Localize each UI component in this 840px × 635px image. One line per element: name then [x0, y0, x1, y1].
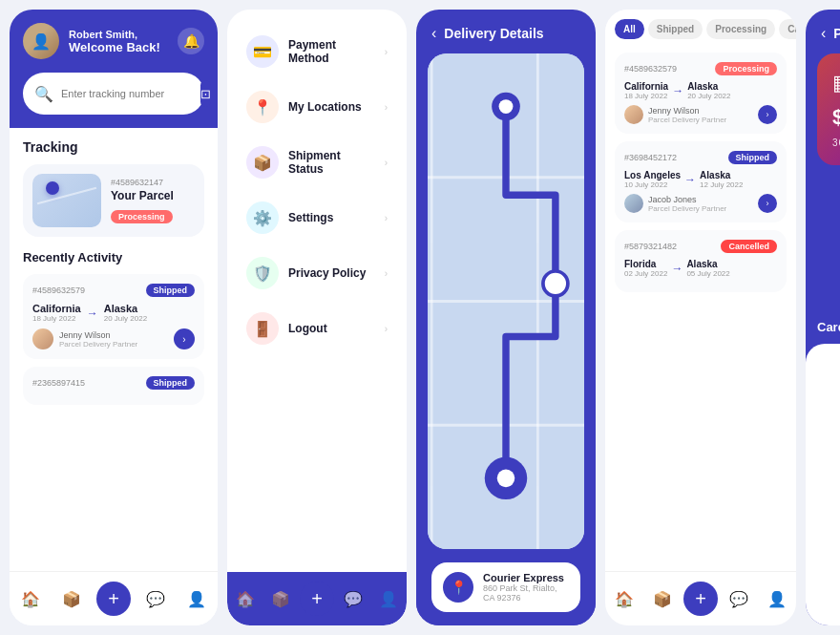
shipment-item-3[interactable]: #5879321482 Cancelled Florida 02 July 20… [615, 230, 787, 292]
ship-chev-1[interactable]: › [758, 105, 777, 124]
location-icon: 📍 [246, 91, 279, 123]
card-area: ▦ $2,568 3698 1258 1473 0259 ((·)) [806, 53, 840, 320]
logout-icon: 🚪 [246, 312, 279, 345]
shipment-item-2[interactable]: #3698452172 Shipped Los Angeles 10 July … [615, 141, 787, 222]
chip-icon: ▦ [832, 71, 840, 95]
ship-to-city-1: Alaska [687, 81, 730, 92]
tracking-title: Tracking [23, 139, 204, 155]
nav-packages[interactable]: 📦 [54, 582, 89, 616]
card-amount: $2,568 [832, 105, 840, 130]
chevron-icon-6: › [385, 324, 388, 334]
card-settings-label: Card Settings [806, 320, 840, 344]
ship-status-2: Shipped [728, 151, 778, 164]
nav-messages-4[interactable]: 💬 [722, 582, 756, 616]
payment-back-button[interactable]: ‹ [821, 25, 826, 42]
search-box: 🔍 ⊡ [23, 73, 204, 115]
tab-cancelled[interactable]: Cance... [779, 19, 796, 39]
menu-locations[interactable]: 📍 My Locations › [239, 80, 395, 134]
courier-name: Courier Express [483, 572, 569, 583]
tab-processing[interactable]: Processing [706, 19, 775, 39]
nav-packages-4[interactable]: 📦 [645, 582, 680, 616]
tab-all[interactable]: All [615, 19, 644, 39]
act-from-date-1: 18 July 2022 [32, 314, 81, 323]
menu-settings-label: Settings [288, 211, 375, 224]
back-button[interactable]: ‹ [431, 25, 436, 42]
nav-profile-4[interactable]: 👤 [760, 582, 794, 616]
shipment-item-1[interactable]: #4589632579 Processing California 18 Jul… [615, 53, 787, 134]
panel-shipments: All Shipped Processing Cance... #4589632… [605, 10, 796, 625]
nav-profile[interactable]: 👤 [179, 582, 214, 616]
nav-home-2[interactable]: 🏠 [228, 582, 262, 616]
welcome-message: Welcome Back! [69, 40, 168, 54]
delivery-map [428, 53, 584, 549]
nav-packages-2[interactable]: 📦 [263, 582, 298, 616]
bottom-nav-4: 🏠 📦 + 💬 👤 [605, 571, 796, 625]
ship-from-date-1: 18 July 2022 [624, 92, 668, 100]
delivery-title: Delivery Details [444, 26, 543, 41]
courier-card[interactable]: 📍 Courier Express 860 Park St, Rialto, C… [431, 562, 580, 612]
menu-list: 💳 Payment Method › 📍 My Locations › 📦 Sh… [227, 10, 407, 572]
ship-id-3: #5879321482 [624, 242, 677, 251]
nav-messages[interactable]: 💬 [138, 582, 173, 616]
parcel-status: Processing [111, 210, 173, 223]
menu-payment[interactable]: 💳 Payment Method › [239, 25, 395, 78]
nav-profile-2[interactable]: 👤 [371, 582, 406, 616]
activity-item-2[interactable]: #2365897415 Shipped [23, 367, 204, 405]
act-id-1: #4589632579 [32, 286, 85, 295]
body: Tracking #4589632147 Your Parcel Process… [10, 128, 218, 571]
svg-point-8 [543, 271, 568, 296]
ship-chev-2[interactable]: › [758, 194, 777, 213]
ship-from-city-1: California [624, 81, 668, 92]
menu-settings[interactable]: ⚙️ Settings › [239, 191, 395, 244]
svg-point-10 [497, 470, 515, 488]
nav-add-4[interactable]: + [683, 582, 718, 616]
panel-menu: 💳 Payment Method › 📍 My Locations › 📦 Sh… [227, 10, 407, 625]
nav-add[interactable]: + [96, 582, 131, 616]
act-to-date-1: 20 July 2022 [104, 314, 147, 323]
menu-locations-label: My Locations [288, 100, 375, 114]
bottom-nav-2: 🏠 📦 + 💬 👤 [227, 572, 407, 625]
partner-role-1: Parcel Delivery Partner [59, 340, 137, 349]
act-to-city-1: Alaska [104, 303, 147, 314]
nav-messages-2[interactable]: 💬 [336, 582, 370, 616]
scan-button[interactable]: ⊡ [200, 80, 211, 107]
menu-privacy[interactable]: 🛡️ Privacy Policy › [239, 246, 395, 300]
ship-id-2: #3698452172 [624, 153, 677, 162]
payment-title: Payment Method [833, 26, 840, 41]
nav-home[interactable]: 🏠 [13, 582, 48, 616]
card-settings-panel [806, 344, 840, 625]
activity-item-1[interactable]: #4589632579 Shipped California 18 July 2… [23, 274, 204, 359]
menu-logout-label: Logout [288, 322, 375, 335]
track-info: #4589632147 Your Parcel Processing [111, 178, 195, 223]
ship-to-date-2: 12 July 2022 [700, 180, 743, 189]
search-section: 🔍 ⊡ [10, 73, 218, 128]
shipment-icon: 📦 [246, 146, 279, 179]
notification-button[interactable]: 🔔 [178, 28, 204, 54]
menu-shipment-label: Shipment Status [288, 149, 375, 176]
tracking-card[interactable]: #4589632147 Your Parcel Processing [23, 164, 204, 237]
svg-point-7 [499, 99, 514, 114]
nav-add-2[interactable]: + [300, 582, 334, 616]
bottom-nav: 🏠 📦 + 💬 👤 [10, 571, 218, 625]
panel-tracking: 👤 Robert Smith, Welcome Back! 🔔 🔍 ⊡ Trac… [10, 10, 218, 625]
tab-shipped[interactable]: Shipped [648, 19, 703, 39]
ship-from-date-3: 02 July 2022 [624, 269, 667, 278]
delivery-header: ‹ Delivery Details [416, 10, 596, 53]
ship-to-city-2: Alaska [700, 170, 743, 180]
user-avatar: 👤 [23, 23, 59, 59]
act-arrow-1[interactable]: › [174, 328, 195, 349]
payment-header: ‹ Payment Method [806, 10, 840, 53]
shipment-list: #4589632579 Processing California 18 Jul… [605, 47, 796, 571]
card-indicators [817, 177, 840, 183]
menu-logout[interactable]: 🚪 Logout › [239, 302, 395, 355]
card-number: 3698 1258 1473 0259 [832, 138, 840, 148]
act-status-1: Shipped [146, 284, 196, 297]
chevron-icon-3: › [385, 158, 388, 168]
search-input[interactable] [61, 88, 193, 99]
ship-from-date-2: 10 July 2022 [624, 180, 681, 189]
nav-home-4[interactable]: 🏠 [607, 582, 641, 616]
menu-shipment[interactable]: 📦 Shipment Status › [239, 136, 395, 189]
ship-to-city-3: Alaska [686, 259, 729, 269]
chevron-icon-2: › [385, 102, 388, 113]
search-icon: 🔍 [34, 85, 53, 103]
